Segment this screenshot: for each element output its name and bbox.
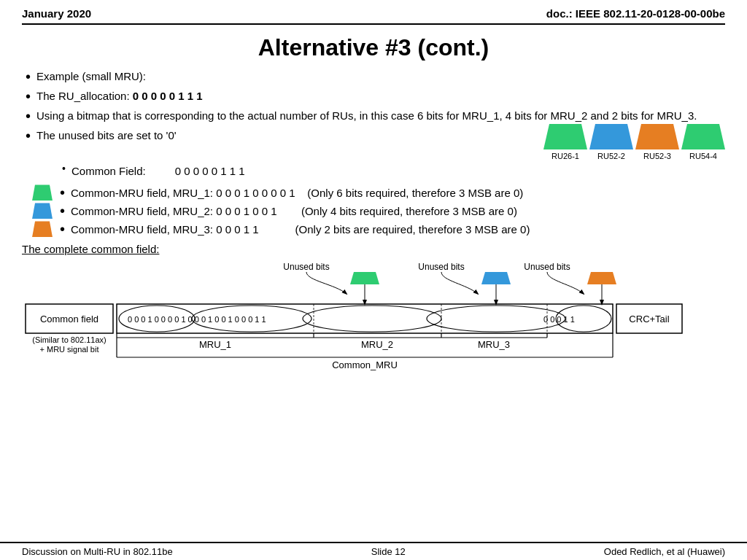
ru-shape-1 [543,124,587,149]
footer-right: Oded Redlich, et al (Huawei) [604,546,725,557]
legend-color-2 [32,203,53,219]
arrow-unused-3 [547,272,584,294]
ru-shape-3 [635,124,679,149]
crc-text: CRC+Tail [629,314,669,324]
legend-item-3: • Common-MRU field, MRU_3: 0 0 0 1 1 (On… [22,221,725,237]
bullet-dot-3: • [22,108,36,124]
unused-bits-2: Unused bits [418,262,464,272]
footer: Discussion on Multi-RU in 802.11be Slide… [0,542,747,560]
sub-bullet-dot: • [58,163,71,174]
mru3-label: MRU_3 [478,339,510,350]
bullet2-prefix: The RU_allocation: [36,90,133,102]
ru-label-4: RU54-4 [689,151,717,162]
legend-text-2: Common-MRU field, MRU_2: 0 0 0 1 0 0 1 (… [71,203,517,219]
bullet4-text: The unused bits are set to '0' [36,128,177,143]
ru-box-2: RU52-2 [589,124,633,162]
bits-text-2: 0 0 0 1 1 [543,315,575,324]
bullet-dot-4: • [22,128,36,144]
small-ru-orange [587,272,616,284]
common-field-text: Common field [40,314,98,324]
bullet-text-1: Example (small MRU): [36,69,725,84]
common-mru-label: Common_MRU [332,359,398,370]
legend-item-1: • Common-MRU field, MRU_1: 0 0 0 1 0 0 0… [22,184,725,201]
bullet-1: • Example (small MRU): [22,69,725,85]
ru-label-1: RU26-1 [551,151,579,162]
main-bullet-list: • Example (small MRU): • The RU_allocati… [22,69,725,181]
unused-bits-3: Unused bits [524,262,570,272]
legend-bullet-3: • [56,221,71,237]
bullet-text-2: The RU_allocation: 0 0 0 0 0 1 1 1 [36,88,725,104]
ru-boxes-row: RU26-1 RU52-2 RU52-3 RU54-4 [543,124,725,162]
sub-bullet-common-field: • Common Field: 0 0 0 0 0 1 1 1 [58,163,725,179]
bullet-2: • The RU_allocation: 0 0 0 0 0 1 1 1 [22,88,725,104]
legend-item-2: • Common-MRU field, MRU_2: 0 0 0 1 0 0 1… [22,203,725,219]
bullet-3: • Using a bitmap that is corresponding t… [22,108,725,124]
bullet-dot-1: • [22,69,36,85]
ru-box-3: RU52-3 [635,124,679,162]
footer-left: Discussion on Multi-RU in 802.11be [22,546,173,557]
legend-color-3 [32,221,53,237]
diagram-svg: Unused bits Unused bits Unused bits [22,259,725,394]
ru-label-3: RU52-3 [643,151,671,162]
legend-bullet-2: • [56,203,71,219]
legend-text-3: Common-MRU field, MRU_3: 0 0 0 1 1 (Only… [71,222,530,237]
mru2-label: MRU_2 [361,339,393,350]
ru-label-2: RU52-2 [597,151,625,162]
similar-note-1: (Similar to 802.11ax) [32,335,107,344]
mru1-label: MRU_1 [199,339,231,350]
small-ru-green [350,272,379,284]
slide-title: Alternative #3 (cont.) [22,28,725,69]
bullet-dot-2: • [22,88,36,104]
header: January 2020 doc.: IEEE 802.11-20-0128-0… [22,0,725,25]
legend-color-1 [32,184,53,201]
legend-section: • Common-MRU field, MRU_1: 0 0 0 1 0 0 0… [22,184,725,237]
sub-bullet-label: Common Field: [71,163,146,179]
ru-shape-4 [681,124,725,149]
header-date: January 2020 [22,7,91,20]
ru-box-4: RU54-4 [681,124,725,162]
bullet-4: • The unused bits are set to '0' RU26-1 [22,128,725,181]
bullet-text-3: Using a bitmap that is corresponding to … [36,108,725,123]
legend-text-1: Common-MRU field, MRU_1: 0 0 0 1 0 0 0 0… [71,185,523,201]
bullet4-content: The unused bits are set to '0' RU26-1 RU… [36,128,725,181]
sub-bullet-value: 0 0 0 0 0 1 1 1 [175,163,245,179]
header-doc: doc.: IEEE 802.11-20-0128-00-00be [546,7,725,20]
ru-shape-2 [589,124,633,149]
ru-box-1: RU26-1 [543,124,587,162]
complete-field-label: The complete common field: [22,243,159,255]
arrow-unused-2 [441,272,478,294]
similar-note-2: + MRU signal bit [39,345,98,354]
bits-text: 0 0 0 1 0 0 0 0 1 0 0 0 1 0 0 1 0 0 0 1 … [128,315,266,324]
diagram-section: The complete common field: Unused bits U… [22,243,725,397]
legend-bullet-1: • [56,184,71,201]
arrow-unused-1 [306,272,347,294]
bullet2-bold: 0 0 0 0 0 1 1 1 [133,90,203,102]
small-ru-blue [481,272,511,284]
unused-bits-1: Unused bits [283,262,329,272]
slide: January 2020 doc.: IEEE 802.11-20-0128-0… [0,0,747,560]
footer-center: Slide 12 [371,546,406,557]
